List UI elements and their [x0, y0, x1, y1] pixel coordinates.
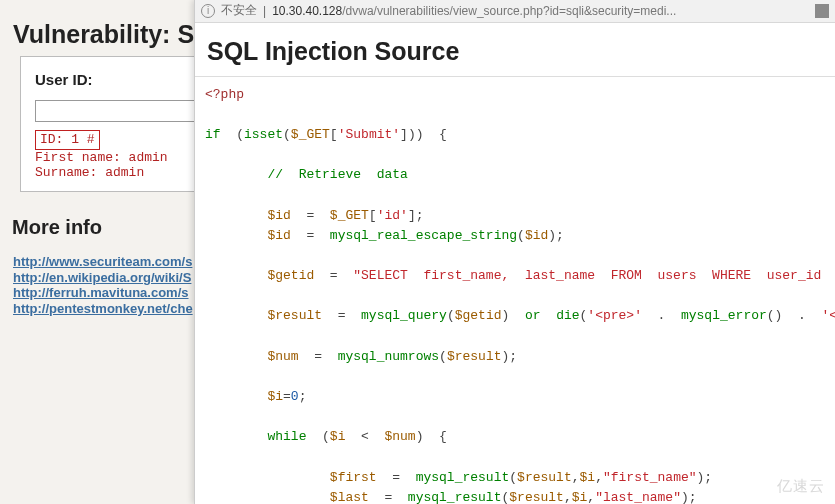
result-first-name: First name: admin	[35, 150, 168, 165]
source-code: <?php if (isset($_GET['Submit'])) { // R…	[195, 76, 835, 504]
info-link-pentestmonkey[interactable]: http://pentestmonkey.net/che	[13, 301, 193, 317]
source-popup: i 不安全 | 10.30.40.128/dvwa/vulnerabilitie…	[194, 0, 835, 504]
result-surname: Surname: admin	[35, 165, 144, 180]
info-icon[interactable]: i	[201, 4, 215, 18]
insecure-label: 不安全	[221, 2, 257, 19]
popup-title: SQL Injection Source	[195, 23, 835, 76]
info-link-wikipedia[interactable]: http://en.wikipedia.org/wiki/S	[13, 270, 193, 286]
address-bar: i 不安全 | 10.30.40.128/dvwa/vulnerabilitie…	[195, 0, 835, 23]
page-title: Vulnerability: S	[13, 20, 194, 49]
watermark: 亿速云	[777, 477, 825, 496]
link-list: http://www.securiteam.com/s http://en.wi…	[13, 254, 193, 316]
more-info-heading: More info	[12, 216, 102, 239]
url-text[interactable]: 10.30.40.128/dvwa/vulnerabilities/view_s…	[272, 4, 805, 18]
info-link-ferruh[interactable]: http://ferruh.mavituna.com/s	[13, 285, 193, 301]
info-link-securiteam[interactable]: http://www.securiteam.com/s	[13, 254, 193, 270]
translate-icon[interactable]	[815, 4, 829, 18]
result-id: ID: 1 #	[35, 130, 100, 150]
